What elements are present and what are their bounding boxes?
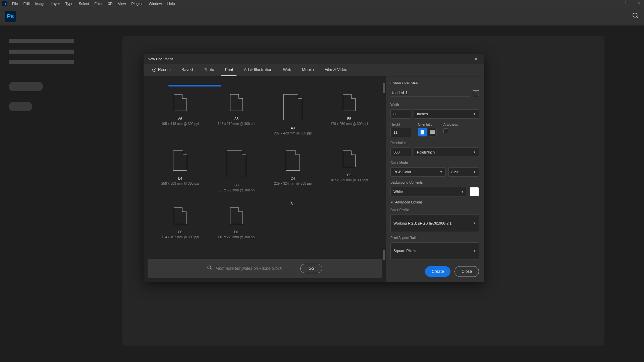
width-unit-dropdown[interactable]: Inches ▼ [414,109,479,119]
preset-b4[interactable]: B4250 x 353 mm @ 300 ppi [154,148,207,195]
height-input[interactable] [390,128,411,137]
preset-c4[interactable]: C4229 x 324 mm @ 300 ppi [266,148,319,195]
menu-item-edit[interactable]: Edit [21,2,33,6]
home-left-panel [9,39,74,111]
document-icon [283,94,302,120]
chevron-down-icon: ▼ [473,112,476,116]
app-bar: Ps [0,7,644,25]
preset-name: B5 [347,117,351,121]
tab-label: Photo [204,67,214,72]
preset-b3[interactable]: B3353 x 500 mm @ 300 ppi [210,148,263,195]
document-icon [230,94,243,111]
orientation-landscape-button[interactable] [428,128,437,136]
chevron-down-icon: ▼ [461,190,464,193]
stock-search-input[interactable]: Find more templates on Adobe Stock [216,266,296,271]
preset-a5[interactable]: A5148 x 210 mm @ 300 ppi [210,92,263,138]
chevron-down-icon: ▼ [390,201,393,204]
placeholder-line [9,60,74,64]
tab-web[interactable]: Web [280,64,294,76]
dialog-tabs: RecentSavedPhotoPrintArt & IllustrationW… [144,64,484,76]
menu-item-view[interactable]: View [115,2,129,6]
preset-meta: 114 x 162 mm @ 300 ppi [161,235,199,239]
tab-recent[interactable]: Recent [149,64,174,76]
placeholder-line [9,50,74,54]
menu-item-file[interactable]: File [9,2,21,6]
pixel-aspect-dropdown[interactable]: Square Pixels ▼ [390,242,479,260]
tab-saved[interactable]: Saved [178,64,196,76]
tab-label: Saved [181,67,193,72]
menu-item-help[interactable]: Help [165,2,178,6]
placeholder-pill [9,102,32,111]
preset-name: B3 [234,183,238,187]
maximize-button[interactable]: ❐ [623,0,631,5]
preset-details-header: PRESET DETAILS [390,81,479,84]
preset-meta: 148 x 210 mm @ 300 ppi [218,122,255,126]
background-dropdown[interactable]: White ▼ [390,187,467,196]
preset-c5[interactable]: C5162 x 229 mm @ 300 ppi [323,148,376,195]
menu-item-filter[interactable]: Filter [92,2,105,6]
preset-details-panel: PRESET DETAILS Width Inches ▼ Height [386,76,484,282]
preset-a3[interactable]: A3297 x 420 mm @ 300 ppi [266,92,319,138]
pixel-aspect-label: Pixel Aspect Ratio [390,236,479,240]
close-button[interactable]: Close [454,266,479,277]
preset-name: A3 [291,126,295,130]
color-mode-dropdown[interactable]: RGB Color ▼ [390,167,446,177]
tab-photo[interactable]: Photo [200,64,217,76]
menu-item-3d[interactable]: 3D [105,2,115,6]
menu-item-image[interactable]: Image [33,2,48,6]
document-icon [173,150,187,171]
color-mode-value: RGB Color [393,170,411,174]
preset-name: C4 [291,177,295,180]
save-preset-icon[interactable] [473,90,479,96]
menu-item-plugins[interactable]: Plugins [128,2,146,6]
menu-item-window[interactable]: Window [146,2,165,6]
preset-c6[interactable]: C6114 x 162 mm @ 300 ppi [154,205,207,242]
search-icon[interactable] [632,12,639,21]
clock-icon [152,68,156,72]
bit-depth-dropdown[interactable]: 8 bit ▼ [448,167,479,177]
tab-label: Print [225,67,233,72]
menu-item-type[interactable]: Type [63,2,76,6]
artboards-checkbox[interactable] [443,128,448,133]
document-icon [230,207,243,224]
document-icon [174,207,186,224]
orientation-portrait-button[interactable] [418,128,427,136]
new-document-dialog: New Document ✕ RecentSavedPhotoPrintArt … [144,54,484,282]
resolution-input[interactable] [390,147,411,157]
tab-art-illustration[interactable]: Art & Illustration [240,64,276,76]
orientation-label: Orientation [418,123,437,126]
resolution-unit-dropdown[interactable]: Pixels/Inch ▼ [414,147,479,157]
close-icon[interactable]: ✕ [473,56,480,62]
preset-b5[interactable]: B5176 x 250 mm @ 300 ppi [323,92,376,138]
document-name-input[interactable] [390,89,470,97]
create-button[interactable]: Create [425,266,450,277]
minimize-button[interactable]: — [610,0,618,5]
ps-logo[interactable]: Ps [5,11,16,22]
tab-label: Art & Illustration [244,67,272,72]
blank-preset-indicator [168,85,221,86]
advanced-options-toggle[interactable]: ▼ Advanced Options [390,200,479,204]
scrollbar-thumb[interactable] [383,250,385,260]
go-button[interactable]: Go [300,264,322,273]
color-profile-dropdown[interactable]: Working RGB: sRGB IEC61966-2.1 ▼ [390,215,479,232]
width-label: Width [390,103,479,107]
chevron-down-icon: ▼ [473,170,476,174]
stock-search-bar: Find more templates on Adobe Stock Go [148,259,382,278]
background-label: Background Contents [390,181,479,184]
background-color-swatch[interactable] [470,187,479,196]
tab-print[interactable]: Print [221,64,236,76]
placeholder-pill [9,82,43,91]
close-window-button[interactable]: ✕ [635,0,643,5]
preset-a6[interactable]: A6105 x 148 mm @ 300 ppi [154,92,207,138]
app-icon: Ps [2,1,7,6]
dialog-title: New Document [148,57,173,61]
preset-name: C5 [347,173,352,177]
menu-item-layer[interactable]: Layer [48,2,63,6]
svg-point-2 [208,266,211,269]
tab-mobile[interactable]: Mobile [299,64,317,76]
menu-item-select[interactable]: Select [76,2,92,6]
tab-film-video[interactable]: Film & Video [321,64,351,76]
width-input[interactable] [390,109,411,119]
preset-dl[interactable]: DL110 x 220 mm @ 300 ppi [210,205,263,242]
preset-meta: 105 x 148 mm @ 300 ppi [161,122,199,126]
